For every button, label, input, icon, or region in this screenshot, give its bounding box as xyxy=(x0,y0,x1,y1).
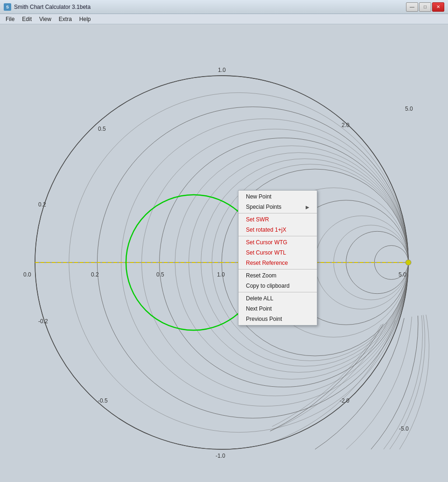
window-controls: — □ ✕ xyxy=(406,2,444,12)
ctx-previous-point[interactable]: Previous Point xyxy=(238,314,317,324)
svg-text:-2.0: -2.0 xyxy=(340,397,350,404)
menu-bar: File Edit View Extra Help xyxy=(0,14,448,24)
svg-text:1.0: 1.0 xyxy=(217,271,225,278)
menu-help[interactable]: Help xyxy=(76,15,95,23)
ctx-next-point[interactable]: Next Point xyxy=(238,304,317,314)
ctx-separator-1 xyxy=(238,213,317,213)
svg-text:0.2: 0.2 xyxy=(38,201,46,208)
main-area: 1.0 2.0 5.0 0.5 0.2 0.2 0.5 1.0 5.0 0.0 … xyxy=(0,24,448,482)
title-left: S Smith Chart Calculator 3.1beta xyxy=(4,3,91,11)
menu-extra[interactable]: Extra xyxy=(55,15,76,23)
ctx-separator-2 xyxy=(238,236,317,236)
svg-text:0.2: 0.2 xyxy=(91,271,99,278)
svg-point-23 xyxy=(406,260,411,265)
svg-text:5.0: 5.0 xyxy=(405,106,413,112)
ctx-delete-all[interactable]: Delete ALL xyxy=(238,293,317,304)
ctx-separator-4 xyxy=(238,292,317,292)
svg-text:0.5: 0.5 xyxy=(98,126,106,132)
ctx-separator-3 xyxy=(238,269,317,269)
svg-rect-0 xyxy=(0,24,448,482)
ctx-reset-zoom[interactable]: Reset Zoom xyxy=(238,270,317,281)
svg-text:0.0: 0.0 xyxy=(23,271,31,278)
svg-text:-1.0: -1.0 xyxy=(216,453,225,459)
ctx-set-cursor-wtl[interactable]: Set Cursor WTL xyxy=(238,248,317,258)
ctx-set-rotated[interactable]: Set rotated 1+jX xyxy=(238,225,317,235)
submenu-arrow-icon: ▶ xyxy=(306,205,309,210)
svg-text:-0.5: -0.5 xyxy=(98,397,108,404)
ctx-set-swr[interactable]: Set SWR xyxy=(238,214,317,225)
minimize-button[interactable]: — xyxy=(406,2,418,12)
title-bar: S Smith Chart Calculator 3.1beta — □ ✕ xyxy=(0,0,448,14)
ctx-reset-reference[interactable]: Reset Reference xyxy=(238,258,317,268)
svg-text:0.5: 0.5 xyxy=(156,271,164,278)
smith-chart-container: 1.0 2.0 5.0 0.5 0.2 0.2 0.5 1.0 5.0 0.0 … xyxy=(0,24,448,482)
menu-file[interactable]: File xyxy=(2,15,18,23)
ctx-set-cursor-wtg[interactable]: Set Cursor WTG xyxy=(238,237,317,248)
ctx-new-point[interactable]: New Point xyxy=(238,191,317,202)
title-text: Smith Chart Calculator 3.1beta xyxy=(14,4,91,10)
menu-view[interactable]: View xyxy=(35,15,55,23)
svg-text:1.0: 1.0 xyxy=(218,67,226,73)
svg-text:-5.0: -5.0 xyxy=(399,425,409,432)
svg-text:2.0: 2.0 xyxy=(342,122,350,128)
close-button[interactable]: ✕ xyxy=(432,2,444,12)
menu-edit[interactable]: Edit xyxy=(18,15,35,23)
context-menu: New Point Special Points ▶ Set SWR Set r… xyxy=(238,190,317,326)
maximize-button[interactable]: □ xyxy=(419,2,431,12)
ctx-copy-clipboard[interactable]: Copy to clipboard xyxy=(238,281,317,291)
svg-text:-0.2: -0.2 xyxy=(38,318,48,325)
svg-text:5.0: 5.0 xyxy=(399,271,406,278)
ctx-special-points[interactable]: Special Points ▶ xyxy=(238,202,317,212)
app-icon: S xyxy=(4,3,11,11)
